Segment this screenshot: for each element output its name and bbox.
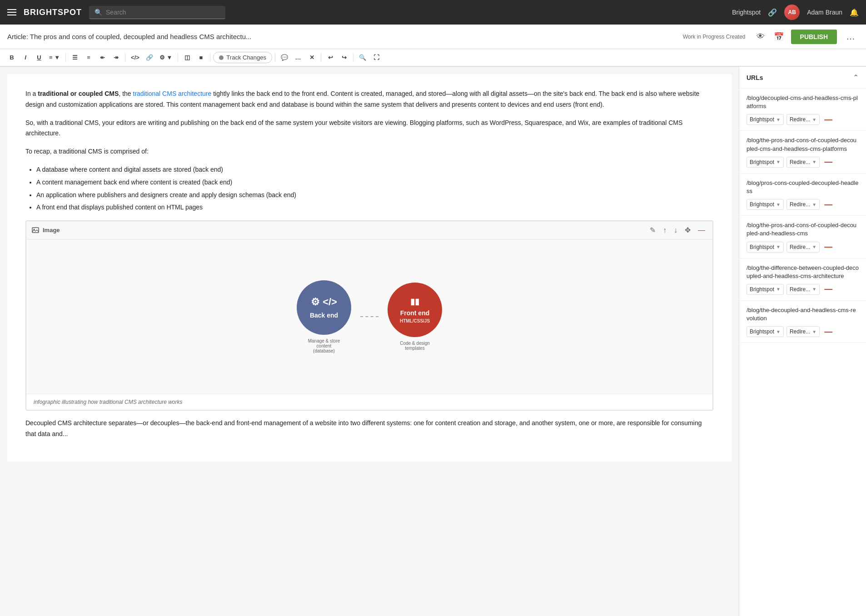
indent-button[interactable]: ↠ bbox=[109, 52, 122, 63]
ordered-list-button[interactable]: ≡ bbox=[82, 52, 95, 63]
url-item: /blog/the-decoupled-and-headless-cms-rev… bbox=[739, 301, 866, 343]
more-options-button[interactable]: … bbox=[842, 30, 859, 44]
site-name: Brightspot bbox=[732, 9, 761, 16]
fullscreen-button[interactable]: ⛶ bbox=[370, 52, 383, 63]
paragraph-3: To recap, a traditional CMS is comprised… bbox=[25, 146, 713, 157]
undo-button[interactable]: ↩ bbox=[324, 52, 337, 63]
remove-url-0-button[interactable]: — bbox=[822, 115, 834, 124]
chevron-down-icon: ▼ bbox=[776, 117, 781, 122]
site-select-3[interactable]: Brightspot ▼ bbox=[747, 242, 784, 253]
remove-url-2-button[interactable]: — bbox=[822, 200, 834, 209]
logo: BRIGHTSPOT bbox=[24, 8, 82, 17]
cms-diagram: ⚙ </> Back end Manage & storecontent(dat… bbox=[288, 271, 451, 363]
bold-button[interactable]: B bbox=[5, 52, 18, 63]
track-changes-button[interactable]: Track Changes bbox=[213, 52, 272, 63]
avatar: AB bbox=[784, 5, 800, 20]
site-select-2[interactable]: Brightspot ▼ bbox=[747, 199, 784, 210]
editor-area[interactable]: In a traditional or coupled CMS, the tra… bbox=[0, 67, 739, 616]
frontend-circle: ▮▮ Front end HTML/CSS/JS bbox=[388, 283, 442, 337]
main-layout: In a traditional or coupled CMS, the tra… bbox=[0, 67, 866, 616]
image-dropdown-button[interactable]: ⚙ ▼ bbox=[157, 52, 175, 63]
drag-button[interactable]: ✥ bbox=[683, 225, 692, 235]
paragraph-2: So, with a traditional CMS, your editors… bbox=[25, 118, 713, 139]
redirect-select-4[interactable]: Redire... ▼ bbox=[786, 284, 820, 295]
url-controls: Brightspot ▼ Redire... ▼ — bbox=[747, 114, 859, 125]
image-block-header: Image ✎ ↑ ↓ ✥ — bbox=[26, 221, 712, 239]
url-path: /blog/the-decoupled-and-headless-cms-rev… bbox=[747, 306, 859, 323]
preview-button[interactable]: 👁 bbox=[755, 30, 766, 43]
toolbar-separator-5 bbox=[275, 53, 275, 62]
list-item: A database where content and digital ass… bbox=[36, 164, 713, 175]
redirect-select-2[interactable]: Redire... ▼ bbox=[786, 199, 820, 210]
article-title: Article: The pros and cons of coupled, d… bbox=[7, 33, 674, 40]
site-select-0[interactable]: Brightspot ▼ bbox=[747, 114, 784, 125]
list-item: A front end that displays published cont… bbox=[36, 202, 713, 213]
move-down-button[interactable]: ↓ bbox=[672, 225, 679, 235]
chevron-down-icon: ▼ bbox=[812, 329, 816, 334]
link-button[interactable]: 🔗 bbox=[143, 52, 156, 63]
hamburger-button[interactable] bbox=[7, 9, 16, 15]
redo-button[interactable]: ↪ bbox=[338, 52, 350, 63]
notification-bell-icon[interactable]: 🔔 bbox=[850, 8, 859, 17]
chevron-down-icon: ▼ bbox=[812, 202, 816, 207]
search-icon: 🔍 bbox=[95, 9, 102, 16]
collapse-urls-button[interactable]: ⌃ bbox=[853, 73, 859, 82]
bullet-list: A database where content and digital ass… bbox=[36, 164, 713, 213]
url-item: /blog/pros-cons-coupled-decoupled-headle… bbox=[739, 174, 866, 216]
nav-right: Brightspot 🔗 AB Adam Braun 🔔 bbox=[732, 5, 859, 20]
image-block: Image ✎ ↑ ↓ ✥ — bbox=[25, 220, 713, 411]
publish-button[interactable]: PUBLISH bbox=[791, 30, 837, 44]
move-up-button[interactable]: ↑ bbox=[661, 225, 668, 235]
site-select-5[interactable]: Brightspot ▼ bbox=[747, 326, 784, 337]
embed-button[interactable]: ■ bbox=[194, 52, 207, 63]
urls-title: URLs bbox=[747, 74, 763, 81]
underline-button[interactable]: U bbox=[33, 52, 45, 63]
url-item: /blog/decoupled-cms-and-headless-cms-pla… bbox=[739, 89, 866, 131]
urls-section: URLs ⌃ /blog/decoupled-cms-and-headless-… bbox=[739, 67, 866, 343]
chevron-down-icon: ▼ bbox=[812, 159, 816, 164]
remove-url-1-button[interactable]: — bbox=[822, 157, 834, 167]
list-item: An application where publishers and desi… bbox=[36, 190, 713, 201]
link-icon[interactable]: 🔗 bbox=[768, 8, 777, 17]
site-select-4[interactable]: Brightspot ▼ bbox=[747, 284, 784, 295]
italic-button[interactable]: I bbox=[19, 52, 32, 63]
urls-section-header: URLs ⌃ bbox=[739, 67, 866, 89]
url-path: /blog/the-pros-and-cons-of-coupled-decou… bbox=[747, 221, 859, 238]
chevron-down-icon: ▼ bbox=[812, 287, 816, 292]
remove-url-4-button[interactable]: — bbox=[822, 284, 834, 294]
code-button[interactable]: </> bbox=[128, 52, 142, 63]
chevron-down-icon: ▼ bbox=[776, 287, 781, 292]
svg-rect-0 bbox=[32, 228, 39, 233]
unordered-list-button[interactable]: ☰ bbox=[69, 52, 81, 63]
calendar-button[interactable]: 📅 bbox=[772, 30, 786, 44]
redirect-select-1[interactable]: Redire... ▼ bbox=[786, 157, 820, 168]
remove-image-button[interactable]: — bbox=[696, 225, 707, 235]
site-select-1[interactable]: Brightspot ▼ bbox=[747, 157, 784, 168]
url-controls: Brightspot ▼ Redire... ▼ — bbox=[747, 157, 859, 168]
text-style-dropdown[interactable]: ≡ ▼ bbox=[46, 52, 63, 63]
chevron-down-icon: ▼ bbox=[812, 244, 816, 249]
redirect-select-5[interactable]: Redire... ▼ bbox=[786, 326, 820, 337]
more-toolbar-button[interactable]: … bbox=[292, 52, 304, 63]
close-toolbar-button[interactable]: ✕ bbox=[305, 52, 318, 63]
outdent-button[interactable]: ↞ bbox=[96, 52, 109, 63]
redirect-select-3[interactable]: Redire... ▼ bbox=[786, 242, 820, 253]
url-item: /blog/the-difference-between-coupled-dec… bbox=[739, 258, 866, 301]
find-button[interactable]: 🔍 bbox=[356, 52, 369, 63]
comment-button[interactable]: 💬 bbox=[278, 52, 291, 63]
toolbar-separator-6 bbox=[321, 53, 321, 62]
image-caption: infographic illustrating how traditional… bbox=[26, 394, 712, 410]
paragraph-4: Decoupled CMS architecture separates—or … bbox=[25, 418, 713, 440]
editor-toolbar: B I U ≡ ▼ ☰ ≡ ↞ ↠ </> 🔗 ⚙ ▼ ◫ ■ Track Ch… bbox=[0, 49, 866, 67]
list-item: A content management back end where cont… bbox=[36, 177, 713, 188]
search-input[interactable] bbox=[106, 9, 206, 16]
edit-image-button[interactable]: ✎ bbox=[648, 225, 657, 235]
url-controls: Brightspot ▼ Redire... ▼ — bbox=[747, 199, 859, 210]
url-item: /blog/the-pros-and-cons-of-coupled-decou… bbox=[739, 216, 866, 258]
remove-url-3-button[interactable]: — bbox=[822, 242, 834, 252]
table-button[interactable]: ◫ bbox=[181, 52, 194, 63]
article-header: Article: The pros and cons of coupled, d… bbox=[0, 25, 866, 49]
redirect-select-0[interactable]: Redire... ▼ bbox=[786, 114, 820, 125]
remove-url-5-button[interactable]: — bbox=[822, 327, 834, 337]
url-path: /blog/decoupled-cms-and-headless-cms-pla… bbox=[747, 94, 859, 110]
